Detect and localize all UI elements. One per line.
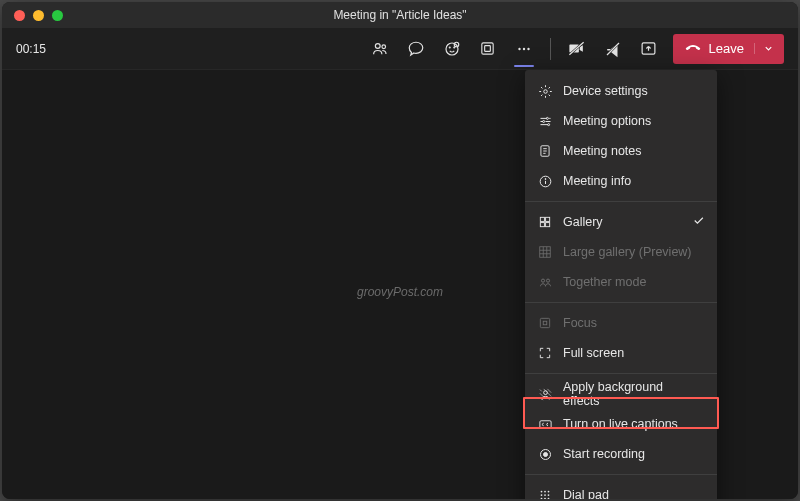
more-actions-menu: Device settings Meeting options Meeting … — [525, 70, 717, 499]
svg-rect-25 — [540, 223, 544, 227]
svg-point-4 — [453, 47, 454, 48]
menu-device-settings[interactable]: Device settings — [525, 76, 717, 106]
svg-rect-23 — [540, 217, 544, 221]
camera-button[interactable] — [561, 33, 593, 65]
svg-point-37 — [544, 491, 546, 493]
watermark: groovyPost.com — [357, 285, 443, 299]
menu-focus: Focus — [525, 308, 717, 338]
notes-icon — [537, 143, 553, 159]
focus-icon — [537, 315, 553, 331]
svg-point-22 — [545, 178, 546, 179]
menu-label: Device settings — [563, 84, 648, 98]
svg-point-1 — [382, 44, 386, 48]
svg-point-10 — [527, 47, 529, 49]
svg-point-29 — [546, 279, 549, 282]
menu-meeting-options[interactable]: Meeting options — [525, 106, 717, 136]
record-icon — [537, 446, 553, 462]
menu-dial-pad[interactable]: Dial pad — [525, 480, 717, 499]
menu-label: Focus — [563, 316, 597, 330]
svg-point-0 — [375, 43, 380, 48]
svg-point-2 — [446, 43, 458, 55]
background-icon — [537, 386, 553, 402]
toolbar-icons — [364, 33, 665, 65]
leave-caret[interactable] — [754, 43, 774, 54]
toolbar-separator — [550, 38, 551, 60]
svg-point-35 — [543, 452, 547, 456]
svg-point-3 — [449, 47, 450, 48]
menu-label: Large gallery (Preview) — [563, 245, 692, 259]
dialpad-icon — [537, 487, 553, 499]
window-controls — [2, 10, 63, 21]
menu-divider — [525, 201, 717, 202]
menu-meeting-notes[interactable]: Meeting notes — [525, 136, 717, 166]
svg-rect-33 — [539, 420, 550, 428]
menu-label: Together mode — [563, 275, 646, 289]
menu-large-gallery: Large gallery (Preview) — [525, 237, 717, 267]
svg-rect-31 — [543, 321, 547, 325]
reactions-button[interactable] — [436, 33, 468, 65]
meeting-timer: 00:15 — [16, 42, 46, 56]
rooms-button[interactable] — [472, 33, 504, 65]
svg-rect-30 — [540, 318, 549, 327]
meeting-window: Meeting in "Article Ideas" 00:15 — [2, 2, 798, 499]
meeting-toolbar: 00:15 — [2, 28, 798, 70]
participants-button[interactable] — [364, 33, 396, 65]
menu-label: Meeting info — [563, 174, 631, 188]
chevron-down-icon — [763, 43, 774, 54]
share-button[interactable] — [633, 33, 665, 65]
close-window-button[interactable] — [14, 10, 25, 21]
minimize-window-button[interactable] — [33, 10, 44, 21]
menu-divider — [525, 302, 717, 303]
sliders-icon — [537, 113, 553, 129]
menu-together-mode: Together mode — [525, 267, 717, 297]
svg-point-42 — [541, 498, 543, 499]
menu-label: Gallery — [563, 215, 603, 229]
svg-point-8 — [518, 47, 520, 49]
menu-gallery[interactable]: Gallery — [525, 207, 717, 237]
svg-point-39 — [541, 494, 543, 496]
svg-point-38 — [548, 491, 550, 493]
together-icon — [537, 274, 553, 290]
svg-rect-6 — [482, 43, 493, 54]
menu-label: Apply background effects — [563, 380, 703, 408]
large-grid-icon — [537, 244, 553, 260]
svg-point-32 — [543, 390, 547, 394]
svg-point-28 — [541, 279, 544, 282]
window-title: Meeting in "Article Ideas" — [2, 8, 798, 22]
svg-rect-24 — [546, 217, 550, 221]
svg-rect-26 — [546, 223, 550, 227]
menu-meeting-info[interactable]: Meeting info — [525, 166, 717, 196]
svg-point-41 — [548, 494, 550, 496]
svg-point-19 — [547, 123, 549, 125]
info-icon — [537, 173, 553, 189]
leave-label: Leave — [709, 41, 744, 56]
menu-divider — [525, 373, 717, 374]
hangup-icon — [685, 41, 701, 57]
svg-point-9 — [522, 47, 524, 49]
svg-point-17 — [546, 117, 548, 119]
menu-start-recording[interactable]: Start recording — [525, 439, 717, 469]
more-actions-button[interactable] — [508, 33, 540, 65]
svg-point-36 — [541, 491, 543, 493]
svg-point-16 — [543, 89, 547, 93]
svg-point-44 — [548, 498, 550, 499]
svg-rect-7 — [485, 46, 491, 52]
menu-divider — [525, 474, 717, 475]
svg-point-18 — [542, 120, 544, 122]
leave-button[interactable]: Leave — [673, 34, 784, 64]
menu-full-screen[interactable]: Full screen — [525, 338, 717, 368]
chat-button[interactable] — [400, 33, 432, 65]
menu-label: Start recording — [563, 447, 645, 461]
grid-icon — [537, 214, 553, 230]
menu-apply-background[interactable]: Apply background effects — [525, 379, 717, 409]
captions-icon — [537, 416, 553, 432]
menu-label: Dial pad — [563, 488, 609, 499]
check-icon — [692, 214, 705, 230]
fullscreen-icon — [537, 345, 553, 361]
microphone-button[interactable] — [597, 33, 629, 65]
menu-live-captions[interactable]: Turn on live captions — [525, 409, 717, 439]
menu-label: Full screen — [563, 346, 624, 360]
maximize-window-button[interactable] — [52, 10, 63, 21]
menu-label: Turn on live captions — [563, 417, 678, 431]
menu-label: Meeting options — [563, 114, 651, 128]
